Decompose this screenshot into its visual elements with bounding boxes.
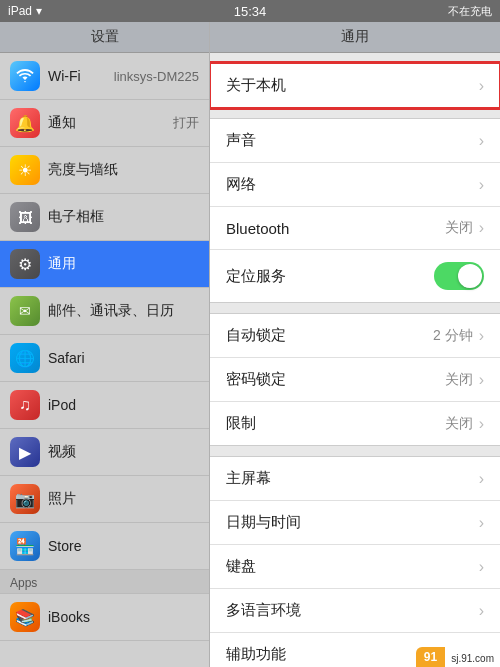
status-carrier: iPad — [8, 4, 32, 18]
ibooks-icon: 📚 — [10, 602, 40, 632]
sound-label: 声音 — [226, 131, 479, 150]
photos-label: 照片 — [48, 490, 199, 508]
keyboard-label: 键盘 — [226, 557, 479, 576]
autolock-value: 2 分钟 — [433, 327, 473, 345]
about-label: 关于本机 — [226, 76, 479, 95]
sidebar-header: 设置 — [0, 22, 209, 53]
sidebar-item-ibooks[interactable]: 📚 iBooks — [0, 594, 209, 641]
sidebar-item-store[interactable]: 🏪 Store — [0, 523, 209, 570]
sidebar-item-safari[interactable]: 🌐 Safari — [0, 335, 209, 382]
location-toggle-knob — [458, 264, 482, 288]
brightness-icon: ☀ — [10, 155, 40, 185]
datetime-label: 日期与时间 — [226, 513, 479, 532]
sidebar-item-video[interactable]: ▶ 视频 — [0, 429, 209, 476]
about-chevron: › — [479, 77, 484, 95]
content-panel: 通用 关于本机 › 声音 › 网络 › Bluetooth 关闭 › — [210, 22, 500, 667]
notif-label: 通知 — [48, 114, 173, 132]
bluetooth-chevron: › — [479, 219, 484, 237]
about-group: 关于本机 › — [210, 63, 500, 108]
network-label: 网络 — [226, 175, 479, 194]
passcode-chevron: › — [479, 371, 484, 389]
sidebar: 设置 Wi-Fi linksys-DM225 🔔 通知 打开 ☀ — [0, 22, 210, 667]
frame-icon: 🖼 — [10, 202, 40, 232]
ipod-icon: ♫ — [10, 390, 40, 420]
display-group: 主屏幕 › 日期与时间 › 键盘 › 多语言环境 › 辅助功能 › 电池百分比 — [210, 456, 500, 667]
safari-label: Safari — [48, 350, 199, 366]
watermark-logo: 91 — [416, 647, 445, 667]
keyboard-row[interactable]: 键盘 › — [210, 545, 500, 589]
wifi-value: linksys-DM225 — [114, 69, 199, 84]
sidebar-item-general[interactable]: ⚙ 通用 — [0, 241, 209, 288]
status-time: 15:34 — [234, 4, 267, 19]
about-row[interactable]: 关于本机 › — [210, 64, 500, 107]
network-row[interactable]: 网络 › — [210, 163, 500, 207]
restrictions-chevron: › — [479, 415, 484, 433]
bluetooth-value: 关闭 — [445, 219, 473, 237]
restrictions-value: 关闭 — [445, 415, 473, 433]
mail-label: 邮件、通讯录、日历 — [48, 302, 199, 320]
passcode-row[interactable]: 密码锁定 关闭 › — [210, 358, 500, 402]
autolock-row[interactable]: 自动锁定 2 分钟 › — [210, 314, 500, 358]
homescreen-chevron: › — [479, 470, 484, 488]
sound-chevron: › — [479, 132, 484, 150]
general-label: 通用 — [48, 255, 199, 273]
bluetooth-row[interactable]: Bluetooth 关闭 › — [210, 207, 500, 250]
photoframe-label: 电子相框 — [48, 208, 199, 226]
video-icon: ▶ — [10, 437, 40, 467]
restrictions-label: 限制 — [226, 414, 445, 433]
brightness-label: 亮度与墙纸 — [48, 161, 199, 179]
mail-icon: ✉ — [10, 296, 40, 326]
video-label: 视频 — [48, 443, 199, 461]
general-icon: ⚙ — [10, 249, 40, 279]
location-toggle[interactable] — [434, 262, 484, 290]
sidebar-item-notif[interactable]: 🔔 通知 打开 — [0, 100, 209, 147]
sound-network-group: 声音 › 网络 › Bluetooth 关闭 › 定位服务 — [210, 118, 500, 303]
apps-section-label: Apps — [0, 570, 209, 594]
status-right: 不在充电 — [448, 4, 492, 19]
sidebar-item-photoframe[interactable]: 🖼 电子相框 — [0, 194, 209, 241]
safari-icon: 🌐 — [10, 343, 40, 373]
bluetooth-label: Bluetooth — [226, 220, 445, 237]
content-header: 通用 — [210, 22, 500, 53]
sidebar-item-ipod[interactable]: ♫ iPod — [0, 382, 209, 429]
homescreen-row[interactable]: 主屏幕 › — [210, 457, 500, 501]
status-left: iPad ▾ — [8, 4, 42, 18]
autolock-label: 自动锁定 — [226, 326, 433, 345]
watermark-site: sj.91.com — [445, 650, 500, 667]
passcode-value: 关闭 — [445, 371, 473, 389]
multilang-row[interactable]: 多语言环境 › — [210, 589, 500, 633]
status-bar: iPad ▾ 15:34 不在充电 — [0, 0, 500, 22]
watermark: 91 sj.91.com — [416, 647, 500, 667]
network-chevron: › — [479, 176, 484, 194]
sidebar-item-photos[interactable]: 📷 照片 — [0, 476, 209, 523]
multilang-label: 多语言环境 — [226, 601, 479, 620]
datetime-chevron: › — [479, 514, 484, 532]
store-label: Store — [48, 538, 199, 554]
multilang-chevron: › — [479, 602, 484, 620]
passcode-label: 密码锁定 — [226, 370, 445, 389]
ipod-label: iPod — [48, 397, 199, 413]
notif-icon: 🔔 — [10, 108, 40, 138]
location-row[interactable]: 定位服务 — [210, 250, 500, 302]
photo-icon: 📷 — [10, 484, 40, 514]
lock-group: 自动锁定 2 分钟 › 密码锁定 关闭 › 限制 关闭 › — [210, 313, 500, 446]
sidebar-item-brightness[interactable]: ☀ 亮度与墙纸 — [0, 147, 209, 194]
wifi-signal-icon: ▾ — [36, 4, 42, 18]
datetime-row[interactable]: 日期与时间 › — [210, 501, 500, 545]
sidebar-item-wifi[interactable]: Wi-Fi linksys-DM225 — [0, 53, 209, 100]
ibooks-label: iBooks — [48, 609, 199, 625]
main-layout: 设置 Wi-Fi linksys-DM225 🔔 通知 打开 ☀ — [0, 22, 500, 667]
autolock-chevron: › — [479, 327, 484, 345]
wifi-label: Wi-Fi — [48, 68, 114, 84]
sidebar-item-mail[interactable]: ✉ 邮件、通讯录、日历 — [0, 288, 209, 335]
store-icon: 🏪 — [10, 531, 40, 561]
location-label: 定位服务 — [226, 267, 434, 286]
notif-value: 打开 — [173, 114, 199, 132]
wifi-icon — [10, 61, 40, 91]
sound-row[interactable]: 声音 › — [210, 119, 500, 163]
restrictions-row[interactable]: 限制 关闭 › — [210, 402, 500, 445]
keyboard-chevron: › — [479, 558, 484, 576]
homescreen-label: 主屏幕 — [226, 469, 479, 488]
